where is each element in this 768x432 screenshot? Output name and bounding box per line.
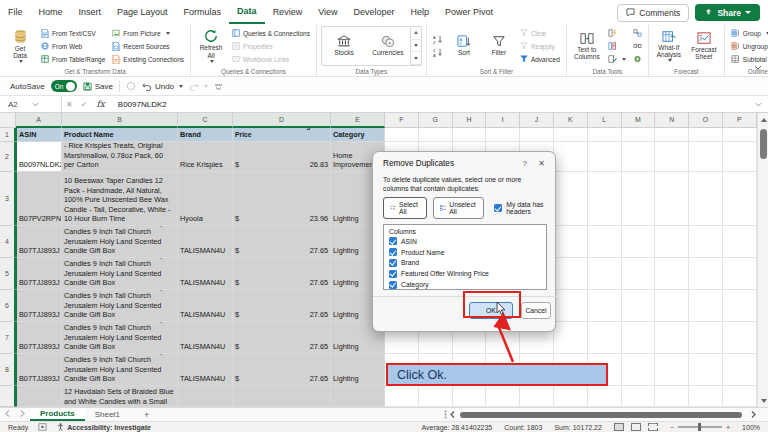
share-button[interactable]: Share [695,4,760,21]
tab-data[interactable]: Data [229,1,265,24]
cell-brand[interactable]: TALISMAN4U [178,354,233,386]
cell-asin[interactable]: B07TJJ893J [16,226,62,258]
customize-qat-icon[interactable] [214,83,223,90]
formula-enter-icon[interactable]: ✓ [77,100,92,109]
gallery-more-button[interactable] [411,52,421,65]
row-header-9[interactable] [0,386,16,407]
unselect-all-button[interactable]: Unselect All [433,197,484,219]
name-box[interactable]: A2 [0,96,62,112]
cell-price[interactable]: $27.65 [233,290,331,322]
sort-button[interactable]: AZ Sort [448,34,480,57]
row-header-4[interactable]: 4 [0,226,16,258]
header-cell-asin[interactable]: ASIN [16,128,62,142]
cell-brand[interactable] [178,386,233,407]
sort-za-button[interactable]: ZA [431,47,445,59]
horizontal-scroll-track[interactable] [458,411,748,419]
save-button[interactable]: Save [83,82,113,91]
clear-filter-button[interactable]: Clear [518,27,562,39]
column-header-m[interactable]: M [622,113,656,128]
cell-asin[interactable]: B07TJJ893J [16,322,62,354]
zoom-knob[interactable] [698,423,701,431]
column-header-p[interactable]: P [723,113,757,128]
tab-page-layout[interactable]: Page Layout [109,2,176,23]
cell-product[interactable]: 100 Natural Pure Beeswax Taper Candles 9… [62,226,178,258]
ok-button[interactable]: OK [469,302,513,319]
gallery-down-button[interactable] [411,40,421,53]
scroll-left-icon[interactable] [450,411,455,418]
cell-product[interactable]: 100 Natural Pure Beeswax Taper Candles 9… [62,290,178,322]
column-option-price[interactable]: Featured Offer Winning Price [389,268,541,279]
cell-price[interactable]: $23.96 [233,172,331,226]
currencies-button[interactable]: Currencies [366,27,410,65]
cell-product[interactable]: 10 Beeswax Taper Candles 12 Pack - Handm… [62,172,178,226]
columns-listbox[interactable]: Columns ASIN Product Name Brand Featured… [383,224,547,290]
zoom-level[interactable]: 100% [742,424,760,431]
scroll-down-icon[interactable] [758,395,768,406]
row-header-3[interactable]: 3 [0,172,16,226]
accessibility-status[interactable]: Accessibility: Investigate [57,423,151,431]
redo-button[interactable] [189,82,208,91]
cell-asin[interactable]: B07TJJ893J [16,354,62,386]
from-web-button[interactable]: From Web [39,40,107,52]
cell-product[interactable]: - Rice Krispies Treats, Original Marshma… [62,142,178,172]
cell-product[interactable]: 100 Natural Pure Beeswax Taper Candles 9… [62,322,178,354]
cell-brand[interactable]: TALISMAN4U [178,322,233,354]
reapply-filter-button[interactable]: Reapply [518,40,562,52]
what-if-analysis-button[interactable]: What-If Analysis [653,29,685,64]
insert-function-icon[interactable]: fx [91,99,109,109]
select-all-corner[interactable] [0,113,16,128]
select-all-button[interactable]: Select All [383,197,427,219]
average-status[interactable]: Average: 28.41402235 [422,424,493,431]
undo-button[interactable]: Undo [142,82,183,91]
cell-product[interactable]: 100 Natural Pure Beeswax Taper Candles 9… [62,258,178,290]
header-cell-category[interactable]: Category [331,128,385,142]
row-header-5[interactable]: 5 [0,258,16,290]
header-cell-price[interactable]: Featured Offer Winning Price [233,128,331,142]
cell-category[interactable] [331,386,385,407]
row-header-7[interactable]: 7 [0,322,16,354]
zoom-slider[interactable]: − + [670,424,730,431]
empty-cells[interactable] [385,128,757,142]
horizontal-scrollbar[interactable] [444,408,768,421]
cell-price[interactable]: $27.65 [233,354,331,386]
cell-brand[interactable]: Rice Krispies [178,142,233,172]
cell-price[interactable] [233,386,331,407]
column-header-o[interactable]: O [689,113,723,128]
filter-button[interactable]: Filter [483,34,515,57]
cell-category[interactable]: Lighting [331,354,385,386]
properties-button[interactable]: Properties [230,40,312,52]
group-rows-button[interactable]: Group [729,27,768,39]
formula-bar-value[interactable]: B0097NLDK2 [110,100,167,109]
consolidate-button[interactable] [631,27,644,39]
header-cell-brand[interactable]: Brand [178,128,233,142]
tab-view[interactable]: View [310,2,345,23]
row-header-8[interactable]: 8 [0,354,16,386]
column-option-category[interactable]: Category [389,279,541,290]
empty-cells[interactable] [385,386,757,407]
tab-help[interactable]: Help [403,2,438,23]
column-header-n[interactable]: N [655,113,689,128]
from-text-csv-button[interactable]: From Text/CSV [39,27,107,39]
macro-record-icon[interactable] [38,423,47,431]
next-sheet-icon[interactable] [15,410,30,419]
cell-price[interactable]: $27.65 [233,322,331,354]
cell-brand[interactable]: TALISMAN4U [178,226,233,258]
cell-price[interactable]: $27.65 [233,226,331,258]
text-to-columns-button[interactable]: Text to Columns [571,31,603,62]
cell-price[interactable]: $27.65 [233,258,331,290]
page-break-view-icon[interactable] [648,423,658,431]
workbook-links-button[interactable]: Workbook Links [230,53,312,65]
from-picture-button[interactable]: From Picture [110,27,186,39]
column-header-b[interactable]: B [62,113,178,128]
cell-brand[interactable]: TALISMAN4U [178,258,233,290]
new-sheet-button[interactable]: + [144,410,149,420]
queries-connections-button[interactable]: Queries & Connections [230,27,312,39]
forecast-sheet-button[interactable]: Forecast Sheet [688,31,720,62]
tab-power-pivot[interactable]: Power Pivot [437,2,501,23]
ungroup-button[interactable]: Ungroup [729,40,768,52]
zoom-in-button[interactable]: + [726,424,730,431]
tab-formulas[interactable]: Formulas [176,2,230,23]
row-header-6[interactable]: 6 [0,290,16,322]
sheet-tab-sheet1[interactable]: Sheet1 [85,408,130,421]
column-header-a[interactable]: A [16,113,62,128]
